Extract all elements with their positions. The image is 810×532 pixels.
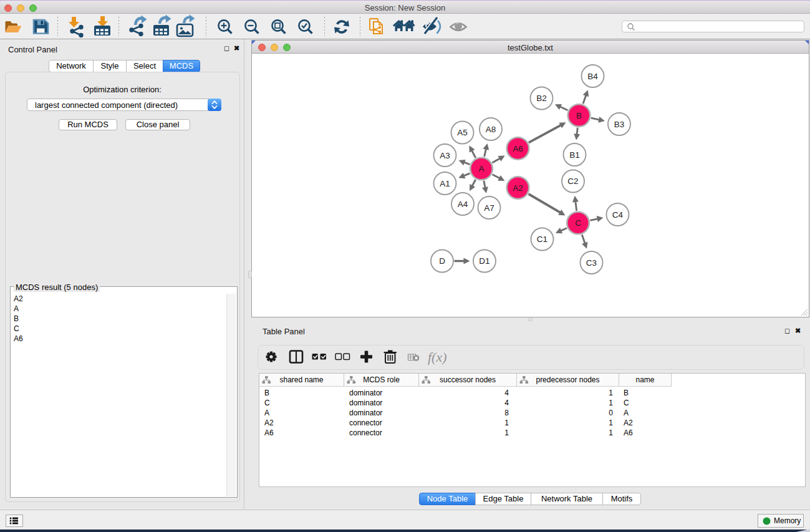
svg-text:C: C — [575, 218, 581, 228]
svg-text:A2: A2 — [513, 183, 523, 193]
svg-text:B: B — [576, 111, 582, 120]
svg-text:C1: C1 — [537, 235, 547, 244]
svg-text:C2: C2 — [567, 177, 578, 186]
svg-text:D: D — [439, 256, 445, 266]
svg-text:A5: A5 — [457, 128, 468, 137]
svg-text:B2: B2 — [536, 94, 547, 103]
svg-text:A4: A4 — [458, 200, 468, 209]
svg-text:A3: A3 — [440, 151, 450, 160]
svg-text:A7: A7 — [484, 203, 494, 213]
svg-text:A8: A8 — [486, 125, 496, 134]
svg-text:C4: C4 — [612, 210, 624, 220]
svg-text:B3: B3 — [614, 120, 625, 129]
svg-text:A: A — [478, 164, 484, 173]
svg-text:D1: D1 — [479, 256, 489, 266]
svg-text:B1: B1 — [569, 150, 580, 160]
svg-text:A1: A1 — [440, 179, 450, 188]
svg-text:B4: B4 — [587, 72, 598, 81]
svg-text:A6: A6 — [513, 144, 523, 153]
svg-text:f(x): f(x) — [428, 349, 447, 365]
svg-text:C3: C3 — [586, 258, 597, 268]
